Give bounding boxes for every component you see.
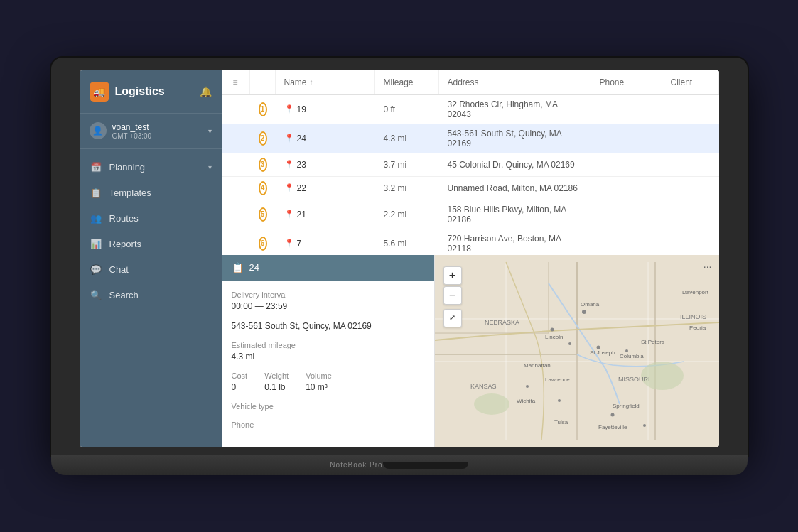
templates-icon: 📋 [90, 187, 102, 200]
pin-icon: 📍 [284, 239, 294, 248]
svg-text:Davenport: Davenport [682, 289, 709, 295]
svg-text:Wichita: Wichita [517, 398, 536, 404]
row-address: Unnamed Road, Milton, MA 02186 [439, 179, 591, 197]
svg-text:KANSAS: KANSAS [470, 383, 497, 390]
map-more-options[interactable]: ··· [703, 261, 712, 272]
row-address: 45 Colonial Dr, Quincy, MA 02169 [439, 156, 591, 174]
row-phone [591, 161, 662, 169]
table-row[interactable]: 3 📍 23 3.7 mi 45 Colonial Dr, Quincy, MA… [222, 153, 719, 177]
row-address: 720 Harrison Ave, Boston, MA 02118 [439, 229, 591, 255]
col-header-mileage: Mileage [375, 70, 439, 94]
routes-icon: 👥 [90, 212, 102, 225]
row-mileage: 2.2 mi [375, 205, 439, 224]
weight-value: 0.1 lb [264, 382, 289, 392]
user-info: 👤 voan_test GMT +03:00 [90, 122, 152, 140]
row-client [662, 239, 719, 248]
notification-bell-icon[interactable]: 🔔 [200, 86, 212, 97]
detail-volume: Volume 10 m³ [306, 371, 332, 392]
svg-text:Columbia: Columbia [620, 353, 644, 359]
detail-phone: Phone [232, 420, 424, 429]
row-number: 1 [250, 98, 276, 121]
map[interactable]: NEBRASKA Omaha Lincoln KANSAS Manhattan … [435, 255, 719, 447]
svg-point-7 [474, 393, 509, 415]
table-row[interactable]: 4 📍 22 3.2 mi Unnamed Road, Milton, MA 0… [222, 177, 719, 200]
map-zoom-out-button[interactable]: − [443, 286, 462, 305]
row-menu-icon [222, 161, 250, 169]
svg-point-11 [596, 345, 600, 349]
row-stop: 📍 23 [276, 156, 375, 174]
sidebar-item-chat[interactable]: 💬 Chat [80, 257, 222, 283]
table-row[interactable]: 6 📍 7 5.6 mi 720 Harrison Ave, Boston, M… [222, 229, 719, 255]
logo-area: 🚚 Logistics [90, 82, 165, 102]
row-address: 158 Blue Hills Pkwy, Milton, MA 02186 [439, 200, 591, 229]
row-address: 543-561 South St, Quincy, MA 02169 [439, 124, 591, 153]
main-content: ≡ Name ↑ Mileage Address Phone Client [222, 70, 719, 447]
sidebar-header: 🚚 Logistics 🔔 [80, 70, 222, 114]
row-phone [591, 239, 662, 248]
data-table: ≡ Name ↑ Mileage Address Phone Client [222, 70, 719, 255]
detail-mileage: Estimated mileage 4.3 mi [232, 341, 424, 362]
address-value: 543-561 South St, Quincy, MA 02169 [232, 321, 424, 331]
volume-value: 10 m³ [306, 382, 332, 392]
user-menu[interactable]: 👤 voan_test GMT +03:00 ▾ [80, 114, 222, 149]
row-stop: 📍 7 [276, 234, 375, 253]
sidebar-item-reports[interactable]: 📊 Reports [80, 232, 222, 257]
planning-icon: 📅 [90, 161, 102, 174]
row-mileage: 3.7 mi [375, 156, 439, 174]
cost-label: Cost [232, 371, 248, 380]
user-timezone: GMT +03:00 [112, 132, 152, 140]
row-mileage: 0 ft [375, 100, 439, 119]
table-row[interactable]: 5 📍 21 2.2 mi 158 Blue Hills Pkwy, Milto… [222, 200, 719, 229]
map-expand-button[interactable]: ⤢ [443, 309, 462, 327]
app-title: Logistics [115, 85, 165, 98]
col-header-address: Address [439, 70, 591, 94]
pin-icon: 📍 [284, 134, 294, 143]
sidebar-item-search[interactable]: 🔍 Search [80, 283, 222, 308]
row-phone [591, 134, 662, 143]
svg-point-15 [610, 413, 614, 416]
svg-text:Tulsa: Tulsa [554, 419, 568, 425]
svg-text:Lawrence: Lawrence [545, 376, 570, 383]
row-number: 6 [250, 232, 276, 255]
svg-text:Springfield: Springfield [613, 403, 640, 409]
col-header-name[interactable]: Name ↑ [276, 70, 375, 94]
row-address: 32 Rhodes Cir, Hingham, MA 02043 [439, 95, 591, 124]
row-client [662, 161, 719, 169]
avatar: 👤 [90, 122, 107, 139]
row-client [662, 134, 719, 143]
map-svg: NEBRASKA Omaha Lincoln KANSAS Manhattan … [435, 255, 719, 447]
sidebar-item-label: Routes [109, 213, 212, 224]
chat-icon: 💬 [90, 264, 102, 276]
delivery-interval-value: 00:00 — 23:59 [232, 301, 424, 311]
row-phone [591, 184, 662, 192]
row-number: 3 [250, 153, 276, 176]
detail-panel: 📋 24 Delivery interval 00:00 — 23:59 543… [222, 255, 435, 447]
col-header-phone: Phone [591, 70, 662, 94]
row-client [662, 184, 719, 192]
table-menu-icon[interactable]: ≡ [222, 70, 250, 94]
sidebar-item-routes[interactable]: 👥 Routes [80, 206, 222, 232]
chevron-down-icon: ▾ [208, 127, 212, 135]
table-row[interactable]: 2 📍 24 4.3 mi 543-561 South St, Quincy, … [222, 124, 719, 153]
detail-weight: Weight 0.1 lb [264, 371, 289, 392]
row-number: 2 [250, 127, 276, 150]
svg-text:ILLINOIS: ILLINOIS [680, 313, 706, 320]
detail-body: Delivery interval 00:00 — 23:59 543-561 … [222, 281, 434, 447]
sidebar-item-templates[interactable]: 📋 Templates [80, 180, 222, 206]
row-number: 4 [250, 177, 276, 200]
row-menu-icon [222, 134, 250, 143]
detail-vehicle-type: Vehicle type [232, 402, 424, 411]
map-zoom-in-button[interactable]: + [443, 266, 462, 285]
svg-point-8 [582, 310, 586, 314]
row-phone [591, 210, 662, 219]
table-row[interactable]: 1 📍 19 0 ft 32 Rhodes Cir, Hingham, MA 0… [222, 95, 719, 124]
detail-cost: Cost 0 [232, 371, 248, 392]
row-client [662, 105, 719, 114]
chevron-right-icon: ▾ [208, 163, 212, 171]
screen: 🚚 Logistics 🔔 👤 voan_test GMT +03:00 ▾ [80, 70, 719, 447]
sidebar-item-label: Search [109, 290, 212, 300]
sidebar: 🚚 Logistics 🔔 👤 voan_test GMT +03:00 ▾ [80, 70, 222, 447]
user-details: voan_test GMT +03:00 [112, 122, 152, 140]
pin-icon: 📍 [284, 160, 294, 169]
sidebar-item-planning[interactable]: 📅 Planning ▾ [80, 155, 222, 180]
